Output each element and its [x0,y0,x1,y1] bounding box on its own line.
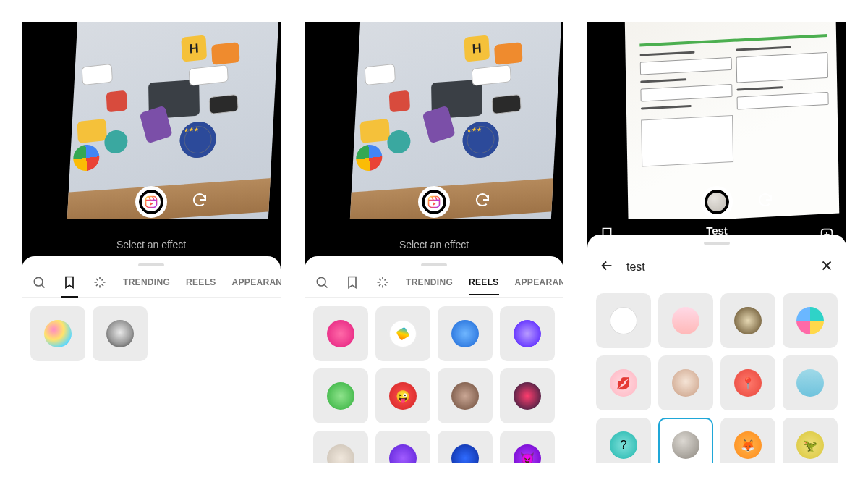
effect-thumbnail[interactable] [658,355,713,410]
effects-grid-reels: 😜😈 [305,298,563,463]
capture-button[interactable] [420,188,448,216]
effect-thumbnail[interactable] [313,368,368,423]
tab-reels[interactable]: REELS [186,277,216,287]
effect-thumbnail[interactable] [783,293,838,348]
tab-reels[interactable]: REELS [469,277,499,287]
effect-thumbnail[interactable] [438,368,493,423]
search-input[interactable] [626,261,807,274]
effects-sheet: 💋📍?🦊🦖 [587,235,846,463]
tab-trending[interactable]: TRENDING [123,277,170,287]
tab-appearance[interactable]: APPEARANCE [232,277,281,287]
effect-thumbnail[interactable] [658,418,713,463]
sheet-handle[interactable] [704,242,730,245]
effect-thumbnail[interactable] [783,355,838,410]
tab-trending[interactable]: TRENDING [406,277,453,287]
svg-point-3 [317,277,326,286]
effect-thumbnail[interactable]: 🦊 [720,418,775,463]
flip-camera-icon[interactable] [474,192,491,212]
effect-thumbnail[interactable]: 😈 [500,431,555,463]
effect-thumbnail[interactable]: 💋 [596,355,651,410]
effects-toolbar: TRENDING REELS APPEARANCE [22,272,281,298]
flip-camera-icon[interactable] [191,192,208,212]
effect-thumbnail[interactable] [438,431,493,463]
phone-screen-2: H Select an effect [305,22,563,463]
svg-rect-2 [429,197,440,208]
svg-point-1 [34,277,43,286]
effect-thumbnail[interactable]: 😜 [375,368,430,423]
effects-sheet: TRENDING REELS APPEARANCE [22,256,281,463]
effect-thumbnail[interactable] [375,306,430,361]
effect-thumbnail[interactable] [658,293,713,348]
search-icon[interactable] [315,275,329,290]
clear-search-icon[interactable] [819,258,835,277]
effects-grid-saved [22,298,281,370]
effect-thumbnail[interactable] [93,306,148,361]
phone-screen-3: Test by fb.liveig 💋📍?🦊🦖 [587,22,846,463]
back-icon[interactable] [599,258,615,277]
effect-thumbnail[interactable] [375,431,430,463]
capture-button[interactable] [703,188,731,216]
saved-tab-icon[interactable] [345,275,359,290]
sparkle-icon[interactable] [375,275,390,290]
capture-button[interactable] [137,188,165,216]
effects-sheet: TRENDING REELS APPEARANCE 😜😈 [305,256,563,463]
search-row [587,250,846,284]
effects-grid-search: 💋📍?🦊🦖 [587,284,846,463]
camera-viewport: H [305,22,563,219]
effect-thumbnail[interactable] [720,293,775,348]
effect-thumbnail[interactable] [313,431,368,463]
effect-thumbnail[interactable] [500,306,555,361]
camera-viewport [587,22,846,219]
sheet-handle[interactable] [421,263,447,266]
phone-screen-1: H Select an effect [22,22,281,463]
effect-thumbnail[interactable] [500,368,555,423]
tab-appearance[interactable]: APPEARANCE [515,277,563,287]
effect-thumbnail[interactable] [30,306,85,361]
effect-thumbnail[interactable] [313,306,368,361]
sparkle-icon[interactable] [93,275,107,290]
effect-thumbnail[interactable] [438,306,493,361]
saved-tab-icon[interactable] [62,275,77,290]
effects-toolbar: TRENDING REELS APPEARANCE [305,272,563,298]
flip-camera-icon[interactable] [757,192,774,212]
search-icon[interactable] [32,275,46,290]
camera-viewport: H [22,22,281,219]
effect-thumbnail[interactable]: 📍 [720,355,775,410]
effect-thumbnail[interactable]: ? [596,418,651,463]
svg-rect-0 [146,197,157,208]
sheet-handle[interactable] [138,263,164,266]
effect-thumbnail[interactable] [596,293,651,348]
effect-thumbnail[interactable]: 🦖 [783,418,838,463]
